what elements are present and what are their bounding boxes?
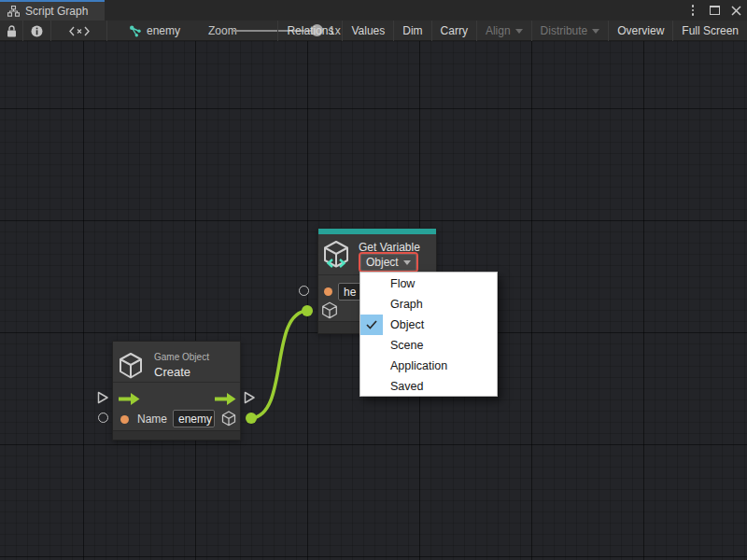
maximize-icon [710,6,720,15]
node-category: Game Object [154,352,209,362]
control-output-port[interactable] [244,391,256,404]
control-input-port[interactable] [97,391,109,404]
name-label: Name [137,413,167,426]
graph-breadcrumb[interactable]: enemy [129,21,180,41]
menu-item-graph[interactable]: Graph [360,294,497,315]
tab-label: Script Graph [25,5,88,18]
carry-button[interactable]: Carry [431,21,476,41]
node-title: Get Variable [359,241,420,254]
window-controls [685,0,743,21]
close-button[interactable] [728,3,743,18]
menu-item-object[interactable]: Object [360,315,497,335]
chevron-down-icon [515,29,523,34]
object-input-cube-icon[interactable] [321,301,338,319]
name-input-port[interactable] [120,415,129,424]
window-menu-button[interactable] [685,3,700,18]
node-game-object-create[interactable]: Game Object Create Name enemy [112,341,241,441]
dim-button[interactable]: Dim [393,21,430,41]
wire-start-port[interactable] [246,413,257,424]
menu-item-flow[interactable]: Flow [360,273,497,294]
variable-cube-icon [322,240,350,269]
game-object-cube-icon [118,352,144,380]
graph-canvas[interactable]: Game Object Create Name enemy [0,41,747,560]
menu-item-scene[interactable]: Scene [360,335,497,356]
variable-name-port[interactable] [324,287,332,296]
maximize-button[interactable] [707,3,722,18]
code-icon [69,26,90,36]
check-icon [366,320,377,329]
menu-item-application[interactable]: Application [360,356,497,376]
info-icon [31,25,43,37]
game-object-output-cube-icon[interactable] [221,411,236,427]
chevron-down-icon [403,260,411,265]
tab-script-graph[interactable]: Script Graph [0,0,105,21]
graph-node-icon [129,25,142,37]
title-bar: Script Graph [0,0,747,21]
value-input-port[interactable] [98,413,108,423]
node-title: Create [154,365,190,379]
align-button[interactable]: Align [476,21,531,41]
variable-scope-menu: Flow Graph Object Scene Application Save… [359,272,498,397]
graph-hierarchy-icon [7,6,20,17]
info-button[interactable] [23,21,51,41]
variable-node-accent-strip [318,229,436,234]
values-button[interactable]: Values [342,21,393,41]
name-input-field[interactable]: enemy [173,410,215,427]
node-divider [113,382,240,383]
wire-end-port[interactable] [302,305,313,316]
variable-name-external-port[interactable] [299,286,309,296]
graph-name: enemy [147,24,180,37]
distribute-button[interactable]: Distribute [531,21,609,41]
full-screen-button[interactable]: Full Screen [672,21,747,41]
variable-scope-dropdown[interactable]: Object [360,254,416,271]
toolbar: enemy Zoom 1x Relations Values Dim Carry… [0,21,747,41]
lock-icon [7,25,17,37]
toolbar-right-group: Relations Values Dim Carry Align Distrib… [277,21,747,41]
chevron-down-icon [592,29,599,34]
flow-out-arrow-icon[interactable] [215,393,236,405]
menu-item-saved[interactable]: Saved [360,376,497,397]
overview-button[interactable]: Overview [608,21,672,41]
node-footer [113,430,240,440]
relations-button[interactable]: Relations [277,21,342,41]
lock-button[interactable] [0,21,23,41]
edit-code-button[interactable] [51,21,107,41]
flow-in-arrow-icon[interactable] [119,393,140,405]
kebab-menu-icon [692,5,695,16]
close-icon [731,6,741,16]
